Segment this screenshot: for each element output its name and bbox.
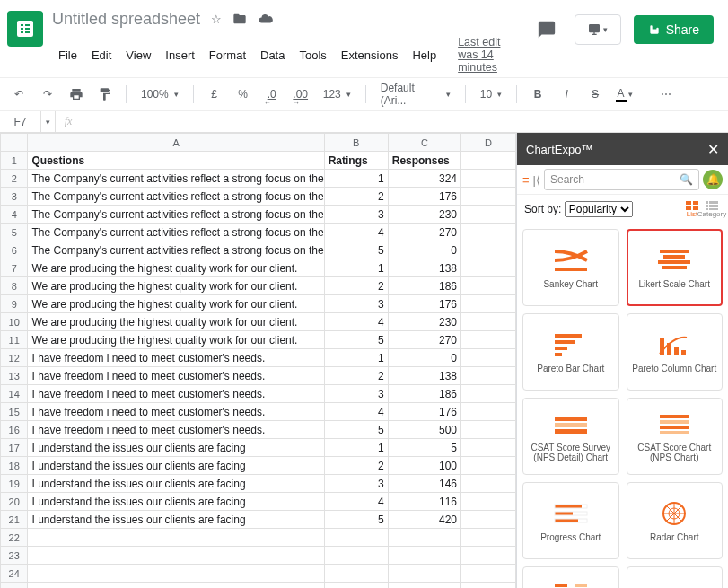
menu-tools[interactable]: Tools	[293, 45, 332, 66]
font-dropdown[interactable]: Default (Ari...	[375, 82, 456, 107]
row-header[interactable]: 5	[1, 224, 28, 241]
chart-comp[interactable]: Comparison Bar Chart	[522, 566, 619, 588]
cell[interactable]: 4	[324, 493, 388, 511]
cell[interactable]: 3	[324, 295, 388, 313]
cell[interactable]: 2	[324, 188, 388, 206]
search-input[interactable]: Search🔍	[544, 169, 699, 190]
cell[interactable]	[461, 152, 516, 170]
sort-dropdown[interactable]: Popularity	[565, 201, 633, 217]
cell[interactable]: 2	[324, 277, 388, 295]
cell[interactable]	[461, 188, 516, 206]
row-header[interactable]: 20	[1, 493, 28, 511]
redo-button[interactable]: ↷	[36, 83, 59, 106]
cell[interactable]: 2	[324, 457, 388, 475]
cell[interactable]: I understand the issues our clients are …	[28, 493, 324, 511]
comments-icon[interactable]	[531, 14, 562, 45]
cell[interactable]	[461, 331, 516, 349]
row-header[interactable]: 1	[1, 152, 28, 170]
cell[interactable]: I understand the issues our clients are …	[28, 511, 324, 529]
bold-button[interactable]: B	[526, 83, 549, 106]
row-header[interactable]: 7	[1, 259, 28, 277]
cell[interactable]	[461, 475, 516, 493]
cell[interactable]	[461, 206, 516, 224]
star-icon[interactable]: ☆	[211, 13, 222, 26]
cell[interactable]: 138	[388, 259, 460, 277]
row-header[interactable]: 22	[1, 529, 28, 547]
cell[interactable]: We are producing the highest quality wor…	[28, 295, 324, 313]
share-button[interactable]: Share	[634, 15, 714, 44]
back-icon[interactable]: |⟨	[533, 173, 540, 187]
toolbar-more[interactable]: ⋯	[654, 83, 678, 106]
cell[interactable]: I have freedom i need to meet customer's…	[28, 367, 324, 385]
cell[interactable]: 0	[388, 241, 460, 259]
row-header[interactable]: 16	[1, 421, 28, 439]
cell[interactable]: 5	[324, 331, 388, 349]
notification-icon[interactable]: 🔔	[703, 170, 723, 189]
cell[interactable]	[461, 493, 516, 511]
cell[interactable]: The Company's current activities reflect…	[28, 170, 324, 188]
cell[interactable]: 324	[388, 170, 460, 188]
row-header[interactable]: 9	[1, 295, 28, 313]
col-header-C[interactable]: C	[388, 134, 460, 152]
chart-likert[interactable]: Likert Scale Chart	[627, 229, 724, 306]
row-header[interactable]: 23	[1, 547, 28, 565]
cell[interactable]: 5	[324, 421, 388, 439]
cell[interactable]: 176	[388, 295, 460, 313]
cell[interactable]: 2	[324, 367, 388, 385]
select-all-cell[interactable]	[1, 134, 28, 152]
cell[interactable]: 138	[388, 367, 460, 385]
chart-gauge[interactable]: Gauge Chart	[627, 566, 724, 588]
spreadsheet-grid[interactable]: ABCD 1QuestionsRatingsResponses2The Comp…	[0, 133, 516, 588]
decrease-decimal-button[interactable]: .0←	[260, 83, 284, 106]
cell[interactable]	[461, 170, 516, 188]
cell[interactable]: I have freedom i need to meet customer's…	[28, 421, 324, 439]
cell[interactable]	[461, 421, 516, 439]
menu-file[interactable]: File	[52, 45, 83, 66]
row-header[interactable]: 10	[1, 313, 28, 331]
cell[interactable]: 5	[388, 439, 460, 457]
more-formats-dropdown[interactable]: 123	[318, 88, 356, 101]
cell[interactable]	[461, 313, 516, 331]
chart-sankey[interactable]: Sankey Chart	[522, 229, 619, 306]
cloud-icon[interactable]	[258, 11, 274, 27]
row-header[interactable]: 13	[1, 367, 28, 385]
cell[interactable]: 176	[388, 403, 460, 421]
cell[interactable]: We are producing the highest quality wor…	[28, 277, 324, 295]
font-size-dropdown[interactable]: 10	[475, 88, 507, 101]
cell[interactable]: 186	[388, 385, 460, 403]
cell[interactable]: 186	[388, 277, 460, 295]
close-icon[interactable]: ✕	[707, 141, 719, 158]
cell[interactable]: Ratings	[324, 152, 388, 170]
cell[interactable]: We are producing the highest quality wor…	[28, 259, 324, 277]
cell[interactable]: The Company's current activities reflect…	[28, 241, 324, 259]
cell[interactable]: 1	[324, 439, 388, 457]
menu-extensions[interactable]: Extensions	[335, 45, 405, 66]
cell[interactable]	[461, 511, 516, 529]
doc-title[interactable]: Untitled spreadsheet	[52, 10, 200, 29]
cell[interactable]: We are producing the highest quality wor…	[28, 313, 324, 331]
present-button[interactable]: ▾	[575, 14, 621, 45]
cell[interactable]	[461, 224, 516, 241]
col-header-D[interactable]: D	[461, 134, 516, 152]
cell[interactable]: 3	[324, 385, 388, 403]
cell[interactable]: 500	[388, 421, 460, 439]
cell[interactable]: 4	[324, 403, 388, 421]
percent-button[interactable]: %	[232, 83, 255, 106]
cell[interactable]	[461, 403, 516, 421]
row-header[interactable]: 3	[1, 188, 28, 206]
row-header[interactable]: 12	[1, 349, 28, 367]
cell[interactable]: I have freedom i need to meet customer's…	[28, 349, 324, 367]
move-icon[interactable]	[232, 12, 247, 26]
menu-help[interactable]: Help	[406, 45, 443, 66]
row-header[interactable]: 17	[1, 439, 28, 457]
chart-pbar[interactable]: Pareto Bar Chart	[522, 313, 619, 391]
cell[interactable]: 1	[324, 170, 388, 188]
row-header[interactable]: 15	[1, 403, 28, 421]
chart-csat2[interactable]: CSAT Score Chart (NPS Chart)	[627, 398, 724, 475]
row-header[interactable]: 11	[1, 331, 28, 349]
print-button[interactable]	[65, 83, 88, 106]
cell[interactable]	[461, 457, 516, 475]
cell[interactable]	[461, 241, 516, 259]
row-header[interactable]: 19	[1, 475, 28, 493]
cell[interactable]: 116	[388, 493, 460, 511]
